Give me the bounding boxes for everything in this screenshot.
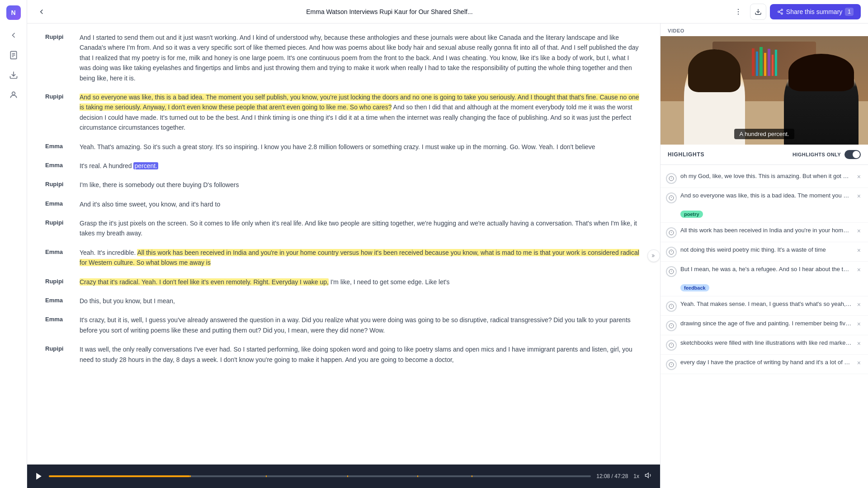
highlight-item: All this work has been received in India… [660, 223, 868, 242]
highlights-title: HIGHLIGHTS [668, 151, 704, 158]
highlights-only-toggle-container: HIGHLIGHTS ONLY [793, 150, 861, 159]
highlight-remove-button[interactable]: × [855, 300, 863, 309]
transcript-text: Do this, but you know, but I mean, [80, 296, 642, 306]
svg-point-6 [738, 9, 739, 9]
share-summary-button[interactable]: Share this summary 1 [770, 4, 861, 19]
transcript-text: Yeah. It's incredible. All this work has… [80, 248, 642, 268]
player-progress [49, 475, 190, 477]
video-container[interactable]: A hundred percent. [660, 36, 868, 145]
highlight-item-text: every day I have the practice of writing… [680, 358, 852, 366]
transcript-entry: Rupipi And I started to send them out an… [45, 33, 642, 83]
speaker-label: Emma [45, 142, 72, 152]
app-logo[interactable]: N [6, 5, 21, 20]
highlight-item-text: Yeah. That makes sense. I mean, I guess … [680, 300, 852, 308]
transcript-entry: Rupipi Grasp the it's just pixels on the… [45, 218, 642, 239]
speaker-label: Rupipi [45, 180, 72, 190]
highlight-item-icon [666, 192, 677, 203]
highlight-item: And so everyone was like, this is a bad … [660, 188, 868, 223]
highlight-item-icon [666, 359, 677, 370]
highlight-item-text: But I mean, he was a, he's a refugee. An… [680, 265, 852, 273]
sidebar-icon-download[interactable] [5, 67, 22, 83]
player-marker [472, 475, 472, 477]
header: Emma Watson Interviews Rupi Kaur for Our… [27, 0, 868, 23]
back-button[interactable] [34, 5, 49, 19]
highlight-item-text: sketchbooks were filled with line illust… [680, 339, 852, 347]
transcript-text: And so everyone was like, this is a bad … [80, 92, 642, 133]
player-speed-button[interactable]: 1x [633, 473, 639, 479]
svg-marker-25 [646, 473, 649, 478]
highlight-remove-button[interactable]: × [855, 246, 863, 255]
panel-collapse-button[interactable] [647, 249, 660, 262]
transcript-entry: Emma Do this, but you know, but I mean, [45, 296, 642, 306]
download-button[interactable] [750, 4, 766, 20]
highlight-item: But I mean, he was a, he's a refugee. An… [660, 262, 868, 296]
highlight-item-icon [666, 266, 677, 277]
highlights-header: HIGHLIGHTS HIGHLIGHTS ONLY [660, 145, 868, 165]
highlight-item-text: oh my God, like, we love this. This is a… [680, 172, 852, 180]
highlight-item-icon [666, 340, 677, 351]
speaker-label: Emma [45, 315, 72, 335]
svg-marker-24 [36, 473, 42, 480]
content-area: Rupipi And I started to send them out an… [27, 23, 868, 488]
player-marker [417, 475, 418, 477]
highlight-item-icon [666, 320, 677, 331]
transcript-text: Yeah. That's amazing. So it's such a gre… [80, 142, 642, 152]
svg-line-13 [779, 12, 781, 13]
transcript-text: I'm like, there is somebody out there bu… [80, 180, 642, 190]
sidebar-icon-back[interactable] [5, 27, 22, 43]
highlight-remove-button[interactable]: × [855, 226, 863, 235]
highlighted-word: percent. [133, 162, 158, 169]
player-time: 12:08 / 47:28 [596, 473, 628, 479]
sidebar-icon-document[interactable] [5, 47, 22, 63]
transcript-text: It's real. A hundred percent. [80, 161, 642, 171]
transcript-entry: Emma And it's also time sweet, you know,… [45, 199, 642, 209]
transcript-text: And I started to send them out and it ju… [80, 33, 642, 83]
highlight-item-icon [666, 301, 677, 312]
highlight-item-text: All this work has been received in India… [680, 226, 852, 235]
speaker-label: Rupipi [45, 218, 72, 239]
highlights-only-toggle[interactable] [844, 150, 861, 159]
video-label: VIDEO [660, 23, 868, 36]
highlight-remove-button[interactable]: × [855, 339, 863, 348]
highlight-remove-button[interactable]: × [855, 172, 863, 181]
play-button[interactable] [34, 472, 43, 481]
highlight-item-text: drawing since the age of five and painti… [680, 319, 852, 328]
highlight-item-icon [666, 227, 677, 238]
speaker-label: Rupipi [45, 33, 72, 83]
speaker-label: Rupipi [45, 344, 72, 365]
sidebar-icon-user[interactable] [5, 87, 22, 103]
player-marker [190, 475, 191, 477]
player-marker [347, 475, 348, 477]
svg-point-11 [778, 11, 780, 13]
player-volume-button[interactable] [645, 471, 653, 481]
svg-point-10 [781, 9, 783, 11]
highlights-list[interactable]: oh my God, like, we love this. This is a… [660, 165, 868, 488]
transcript-text: It was well, the only really conversatio… [80, 344, 642, 365]
speaker-label: Emma [45, 199, 72, 209]
more-options-button[interactable] [730, 4, 746, 20]
highlight-item: Yeah. That makes sense. I mean, I guess … [660, 296, 868, 316]
highlight-item-icon [666, 247, 677, 258]
right-panel: VIDEO [660, 23, 868, 488]
highlight-remove-button[interactable]: × [855, 358, 863, 367]
highlight-item: every day I have the practice of writing… [660, 355, 868, 374]
video-caption: A hundred percent. [734, 129, 795, 139]
transcript-text: And it's also time sweet, you know, and … [80, 199, 642, 209]
transcript-entry: Emma Yeah. It's incredible. All this wor… [45, 248, 642, 268]
transcript-entry: Emma It's real. A hundred percent. [45, 161, 642, 171]
highlight-remove-button[interactable]: × [855, 265, 863, 274]
svg-line-14 [779, 10, 781, 11]
highlight-remove-button[interactable]: × [855, 192, 863, 201]
header-actions: Share this summary 1 [730, 4, 861, 20]
speaker-label: Rupipi [45, 277, 72, 287]
transcript-entry: Rupipi And so everyone was like, this is… [45, 92, 642, 133]
player-marker [130, 475, 131, 477]
transcript-text: It's crazy, but it is, well, I guess you… [80, 315, 642, 335]
highlight-item: drawing since the age of five and painti… [660, 316, 868, 335]
player-timeline[interactable] [49, 475, 591, 477]
player-bar: 12:08 / 47:28 1x [27, 465, 660, 488]
transcript-entry: Emma It's crazy, but it is, well, I gues… [45, 315, 642, 335]
transcript-entry: Rupipi I'm like, there is somebody out t… [45, 180, 642, 190]
transcript-panel[interactable]: Rupipi And I started to send them out an… [27, 23, 660, 488]
highlight-remove-button[interactable]: × [855, 319, 863, 328]
